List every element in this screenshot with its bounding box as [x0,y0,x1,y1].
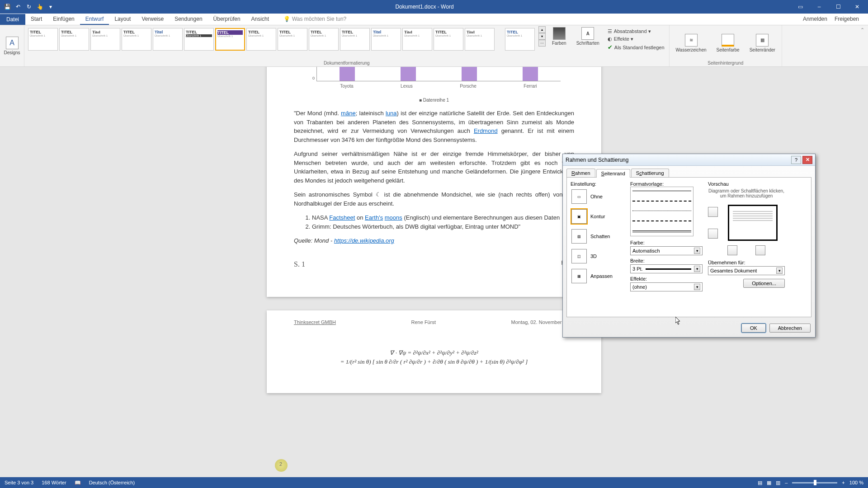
link-moons[interactable]: moons [385,214,402,221]
tab-einfuegen[interactable]: Einfügen [47,14,80,25]
style-item[interactable]: TITELÜberschrift 1 [184,28,214,51]
color-combo[interactable]: Automatisch▾ [630,246,703,255]
link-factsheet[interactable]: Factsheet [329,214,355,221]
style-item[interactable]: TITELÜberschrift 1 [28,28,58,51]
style-item[interactable]: TITELÜberschrift 1 [59,28,89,51]
vorschau-hint: Diagramm oder Schaltflächen klicken, um … [708,188,785,198]
style-item[interactable]: TitelÜberschrift 1 [402,28,432,51]
ok-button[interactable]: OK [741,324,766,333]
status-page[interactable]: Seite 3 von 3 [5,480,33,485]
gallery-down-icon[interactable]: ▾ [538,33,546,40]
maximize-icon[interactable]: ☐ [829,2,847,11]
save-icon[interactable]: 💾 [3,2,12,11]
effekte-button[interactable]: ◐ Effekte ▾ [606,36,666,42]
designs-button[interactable]: ADesigns [0,36,24,56]
style-item[interactable]: TitelÜberschrift 1 [465,28,495,51]
setting-kontur[interactable]: ▣Kontur [571,208,625,225]
tab-rahmen[interactable]: Rahmen [566,169,595,177]
tell-me-search[interactable]: 💡 Was möchten Sie tun? [283,16,346,25]
close-icon[interactable]: ✕ [848,2,866,11]
abbrechen-button[interactable]: Abbrechen [769,324,811,333]
status-language[interactable]: Deutsch (Österreich) [89,480,135,485]
minimize-icon[interactable]: – [810,2,828,11]
wasserzeichen-button[interactable]: ≋Wasserzeichen [672,33,710,53]
style-item[interactable]: TitelÜberschrift 1 [90,28,120,51]
link-mane[interactable]: mâne [341,110,356,117]
tab-ansicht[interactable]: Ansicht [246,14,274,25]
absatzabstand-button[interactable]: ☰ Absatzabstand ▾ [606,28,666,35]
zoom-out-icon[interactable]: – [785,480,788,485]
line-style-list[interactable] [630,187,693,236]
style-item[interactable]: TitelÜberschrift 1 [371,28,401,51]
tab-start[interactable]: Start [25,14,47,25]
chevron-down-icon[interactable]: ▾ [694,248,700,254]
preview-top-button[interactable] [708,207,718,217]
zoom-level[interactable]: 100 % [849,480,863,485]
als-standard-button[interactable]: ✔ Als Standard festlegen [606,43,666,51]
preview-right-button[interactable] [755,245,765,255]
link-luna[interactable]: luna [386,110,397,117]
view-print-icon[interactable]: ▦ [767,480,771,486]
preview-box[interactable] [728,205,778,241]
seitenraender-button[interactable]: ▦Seitenränder [746,33,779,53]
style-item[interactable]: TitelÜberschrift 1 [153,28,183,51]
tab-file[interactable]: Datei [0,14,25,25]
status-words[interactable]: 168 Wörter [42,480,66,485]
designs-label: Designs [4,50,20,55]
setting-anpassen[interactable]: ▦Anpassen [571,268,625,284]
width-combo[interactable]: 3 Pt.▾ [630,264,703,273]
gallery-more-icon[interactable]: ⋯ [538,40,546,47]
share-button[interactable]: Freigeben [835,16,859,22]
effekte-combo[interactable]: (ohne)▾ [630,282,703,291]
zoom-slider[interactable] [792,482,837,483]
tab-seitenrand[interactable]: Seitenrand [596,169,630,178]
view-read-icon[interactable]: ▤ [758,480,762,486]
touch-mode-icon[interactable]: 👆 [35,2,44,11]
farben-button[interactable]: Farben [548,26,570,47]
view-web-icon[interactable]: ▥ [776,480,780,486]
style-item[interactable]: TITELÜberschrift 1 [278,28,307,51]
redo-icon[interactable]: ↻ [24,2,33,11]
tab-entwurf[interactable]: Entwurf [80,14,109,25]
optionen-button[interactable]: Optionen... [743,279,785,288]
status-proofing-icon[interactable]: 📖 [75,480,81,486]
dialog-titlebar[interactable]: Rahmen und Schattierung ? ✕ [563,154,815,166]
style-gallery[interactable]: TITELÜberschrift 1 TITELÜberschrift 1 Ti… [27,26,536,52]
undo-icon[interactable]: ↶ [14,2,23,11]
tab-schattierung[interactable]: Schattierung [631,169,669,177]
dialog-close-icon[interactable]: ✕ [802,156,812,164]
setting-ohne[interactable]: ▭Ohne [571,188,625,205]
collapse-ribbon-icon[interactable]: ⌃ [857,25,868,66]
preview-bottom-button[interactable] [708,229,718,239]
chart-legend: ■ Datenreihe 1 [294,97,574,103]
sign-in-link[interactable]: Anmelden [803,16,827,22]
style-item[interactable]: TITELÜberschrift 1 [246,28,276,51]
style-item[interactable]: TITELÜberschrift 1 [309,28,339,51]
qat-customize-icon[interactable]: ▾ [46,2,55,11]
link-earths[interactable]: Earth's [365,214,383,221]
setting-schatten[interactable]: ▨Schatten [571,228,625,244]
link-wikipedia[interactable]: https://de.wikipedia.org [334,237,394,244]
chevron-down-icon[interactable]: ▾ [694,266,700,272]
zoom-in-icon[interactable]: + [842,480,844,485]
ribbon-options-icon[interactable]: ▭ [791,2,809,11]
style-item[interactable]: TITELÜberschrift 1 [340,28,370,51]
schriftarten-button[interactable]: ASchriftarten [573,26,603,47]
seitenfarbe-button[interactable]: Seitenfarbe [713,33,743,53]
gallery-up-icon[interactable]: ▴ [538,26,546,33]
style-item[interactable]: TITELÜberschrift 1 [122,28,151,51]
style-item-selected[interactable]: TITELÜberschrift 1 [215,28,245,51]
apply-to-combo[interactable]: Gesamtes Dokument▾ [708,266,785,275]
style-item[interactable]: TITELÜberschrift 1 [505,28,535,51]
tab-layout[interactable]: Layout [109,14,136,25]
chevron-down-icon[interactable]: ▾ [694,284,700,290]
dialog-help-icon[interactable]: ? [791,156,801,164]
preview-left-button[interactable] [727,245,737,255]
setting-3d[interactable]: ◫3D [571,248,625,264]
tab-verweise[interactable]: Verweise [136,14,169,25]
chevron-down-icon[interactable]: ▾ [776,267,783,274]
tab-sendungen[interactable]: Sendungen [169,14,208,25]
link-erdmond[interactable]: Erdmond [474,127,498,134]
tab-ueberpruefen[interactable]: Überprüfen [208,14,246,25]
style-item[interactable]: TITELÜberschrift 1 [434,28,463,51]
